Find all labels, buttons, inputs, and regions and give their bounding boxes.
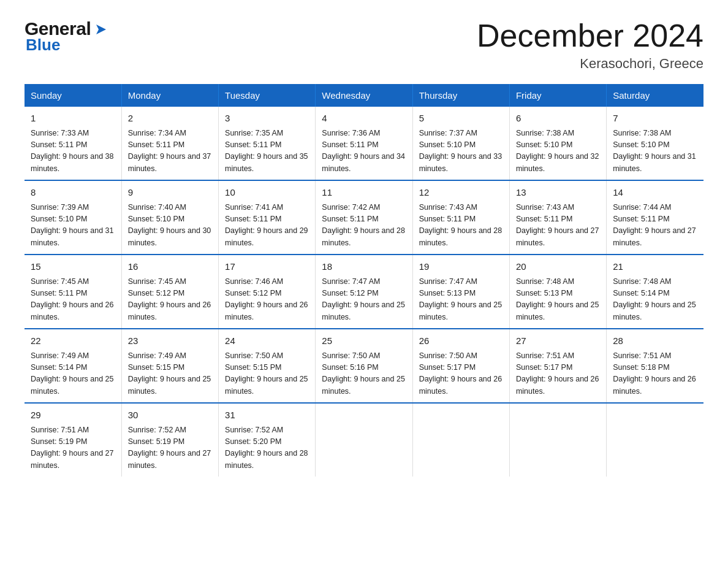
day-number: 21: [613, 260, 697, 274]
day-info: Sunrise: 7:52 AMSunset: 5:20 PMDaylight:…: [225, 424, 309, 472]
day-info: Sunrise: 7:43 AMSunset: 5:11 PMDaylight:…: [516, 202, 600, 250]
day-cell: 31Sunrise: 7:52 AMSunset: 5:20 PMDayligh…: [219, 403, 316, 477]
day-info: Sunrise: 7:49 AMSunset: 5:15 PMDaylight:…: [128, 350, 212, 398]
day-number: 6: [516, 112, 600, 126]
day-info: Sunrise: 7:47 AMSunset: 5:12 PMDaylight:…: [322, 276, 406, 324]
day-cell: 17Sunrise: 7:46 AMSunset: 5:12 PMDayligh…: [219, 255, 316, 329]
day-info: Sunrise: 7:37 AMSunset: 5:10 PMDaylight:…: [419, 128, 503, 175]
day-cell: 16Sunrise: 7:45 AMSunset: 5:12 PMDayligh…: [121, 255, 218, 329]
day-number: 7: [613, 112, 697, 126]
day-cell: 6Sunrise: 7:38 AMSunset: 5:10 PMDaylight…: [509, 107, 606, 180]
day-cell: 12Sunrise: 7:43 AMSunset: 5:11 PMDayligh…: [412, 180, 509, 255]
day-number: 1: [31, 112, 115, 126]
day-info: Sunrise: 7:45 AMSunset: 5:11 PMDaylight:…: [31, 276, 115, 324]
day-cell: 19Sunrise: 7:47 AMSunset: 5:13 PMDayligh…: [412, 255, 509, 329]
calendar-header: SundayMondayTuesdayWednesdayThursdayFrid…: [25, 84, 703, 107]
day-number: 11: [322, 186, 406, 200]
header-cell-saturday: Saturday: [607, 84, 703, 107]
day-number: 8: [31, 186, 115, 200]
day-number: 2: [128, 112, 212, 126]
day-cell: 11Sunrise: 7:42 AMSunset: 5:11 PMDayligh…: [316, 180, 412, 255]
day-number: 20: [516, 260, 600, 274]
day-info: Sunrise: 7:42 AMSunset: 5:11 PMDaylight:…: [322, 202, 406, 250]
day-info: Sunrise: 7:46 AMSunset: 5:12 PMDaylight:…: [225, 276, 309, 324]
day-cell: 28Sunrise: 7:51 AMSunset: 5:18 PMDayligh…: [607, 329, 703, 403]
logo: General Blue: [25, 18, 110, 55]
day-cell: 23Sunrise: 7:49 AMSunset: 5:15 PMDayligh…: [121, 329, 218, 403]
header-row: SundayMondayTuesdayWednesdayThursdayFrid…: [25, 84, 703, 107]
day-number: 10: [225, 186, 309, 200]
calendar-body: 1Sunrise: 7:33 AMSunset: 5:11 PMDaylight…: [25, 107, 703, 477]
day-info: Sunrise: 7:51 AMSunset: 5:18 PMDaylight:…: [613, 350, 697, 398]
header-cell-sunday: Sunday: [25, 84, 121, 107]
day-info: Sunrise: 7:44 AMSunset: 5:11 PMDaylight:…: [613, 202, 697, 250]
week-row-2: 8Sunrise: 7:39 AMSunset: 5:10 PMDaylight…: [25, 180, 703, 255]
page-header: General Blue December 2024 Kerasochori, …: [25, 18, 703, 72]
day-number: 19: [419, 260, 503, 274]
header-cell-friday: Friday: [509, 84, 606, 107]
week-row-1: 1Sunrise: 7:33 AMSunset: 5:11 PMDaylight…: [25, 107, 703, 180]
day-number: 13: [516, 186, 600, 200]
day-cell: 30Sunrise: 7:52 AMSunset: 5:19 PMDayligh…: [121, 403, 218, 477]
day-info: Sunrise: 7:51 AMSunset: 5:17 PMDaylight:…: [516, 350, 600, 398]
day-number: 25: [322, 334, 406, 348]
day-info: Sunrise: 7:38 AMSunset: 5:10 PMDaylight:…: [613, 128, 697, 175]
calendar-title: December 2024: [477, 18, 703, 53]
day-cell: 3Sunrise: 7:35 AMSunset: 5:11 PMDaylight…: [219, 107, 316, 180]
day-cell: 27Sunrise: 7:51 AMSunset: 5:17 PMDayligh…: [509, 329, 606, 403]
header-cell-tuesday: Tuesday: [219, 84, 316, 107]
day-number: 27: [516, 334, 600, 348]
day-cell: 20Sunrise: 7:48 AMSunset: 5:13 PMDayligh…: [509, 255, 606, 329]
day-number: 9: [128, 186, 212, 200]
day-info: Sunrise: 7:41 AMSunset: 5:11 PMDaylight:…: [225, 202, 309, 250]
day-number: 16: [128, 260, 212, 274]
day-info: Sunrise: 7:36 AMSunset: 5:11 PMDaylight:…: [322, 128, 406, 175]
day-cell: 22Sunrise: 7:49 AMSunset: 5:14 PMDayligh…: [25, 329, 121, 403]
header-cell-monday: Monday: [121, 84, 218, 107]
day-number: 23: [128, 334, 212, 348]
day-cell: 18Sunrise: 7:47 AMSunset: 5:12 PMDayligh…: [316, 255, 412, 329]
svg-marker-0: [96, 25, 106, 34]
logo-arrow-icon: [93, 21, 110, 38]
week-row-5: 29Sunrise: 7:51 AMSunset: 5:19 PMDayligh…: [25, 403, 703, 477]
day-number: 4: [322, 112, 406, 126]
day-cell: 1Sunrise: 7:33 AMSunset: 5:11 PMDaylight…: [25, 107, 121, 180]
logo-blue-text: Blue: [26, 36, 60, 55]
day-info: Sunrise: 7:49 AMSunset: 5:14 PMDaylight:…: [31, 350, 115, 398]
day-number: 30: [128, 408, 212, 423]
day-number: 22: [31, 334, 115, 348]
day-cell: 25Sunrise: 7:50 AMSunset: 5:16 PMDayligh…: [316, 329, 412, 403]
day-info: Sunrise: 7:34 AMSunset: 5:11 PMDaylight:…: [128, 128, 212, 175]
calendar-location: Kerasochori, Greece: [477, 56, 703, 72]
day-cell: 14Sunrise: 7:44 AMSunset: 5:11 PMDayligh…: [607, 180, 703, 255]
day-info: Sunrise: 7:47 AMSunset: 5:13 PMDaylight:…: [419, 276, 503, 324]
week-row-3: 15Sunrise: 7:45 AMSunset: 5:11 PMDayligh…: [25, 255, 703, 329]
day-cell: 13Sunrise: 7:43 AMSunset: 5:11 PMDayligh…: [509, 180, 606, 255]
day-info: Sunrise: 7:43 AMSunset: 5:11 PMDaylight:…: [419, 202, 503, 250]
day-number: 15: [31, 260, 115, 274]
day-number: 17: [225, 260, 309, 274]
day-cell: 4Sunrise: 7:36 AMSunset: 5:11 PMDaylight…: [316, 107, 412, 180]
day-cell: 8Sunrise: 7:39 AMSunset: 5:10 PMDaylight…: [25, 180, 121, 255]
header-cell-wednesday: Wednesday: [316, 84, 412, 107]
day-info: Sunrise: 7:45 AMSunset: 5:12 PMDaylight:…: [128, 276, 212, 324]
day-number: 18: [322, 260, 406, 274]
day-info: Sunrise: 7:38 AMSunset: 5:10 PMDaylight:…: [516, 128, 600, 175]
day-cell: 9Sunrise: 7:40 AMSunset: 5:10 PMDaylight…: [121, 180, 218, 255]
day-info: Sunrise: 7:51 AMSunset: 5:19 PMDaylight:…: [31, 424, 115, 472]
day-info: Sunrise: 7:39 AMSunset: 5:10 PMDaylight:…: [31, 202, 115, 250]
day-cell: 26Sunrise: 7:50 AMSunset: 5:17 PMDayligh…: [412, 329, 509, 403]
day-cell: 7Sunrise: 7:38 AMSunset: 5:10 PMDaylight…: [607, 107, 703, 180]
day-cell: [607, 403, 703, 477]
day-info: Sunrise: 7:33 AMSunset: 5:11 PMDaylight:…: [31, 128, 115, 175]
day-number: 28: [613, 334, 697, 348]
header-cell-thursday: Thursday: [412, 84, 509, 107]
day-cell: 29Sunrise: 7:51 AMSunset: 5:19 PMDayligh…: [25, 403, 121, 477]
day-info: Sunrise: 7:48 AMSunset: 5:13 PMDaylight:…: [516, 276, 600, 324]
day-number: 26: [419, 334, 503, 348]
title-block: December 2024 Kerasochori, Greece: [477, 18, 703, 72]
day-info: Sunrise: 7:40 AMSunset: 5:10 PMDaylight:…: [128, 202, 212, 250]
day-info: Sunrise: 7:35 AMSunset: 5:11 PMDaylight:…: [225, 128, 309, 175]
day-number: 14: [613, 186, 697, 200]
day-cell: 24Sunrise: 7:50 AMSunset: 5:15 PMDayligh…: [219, 329, 316, 403]
